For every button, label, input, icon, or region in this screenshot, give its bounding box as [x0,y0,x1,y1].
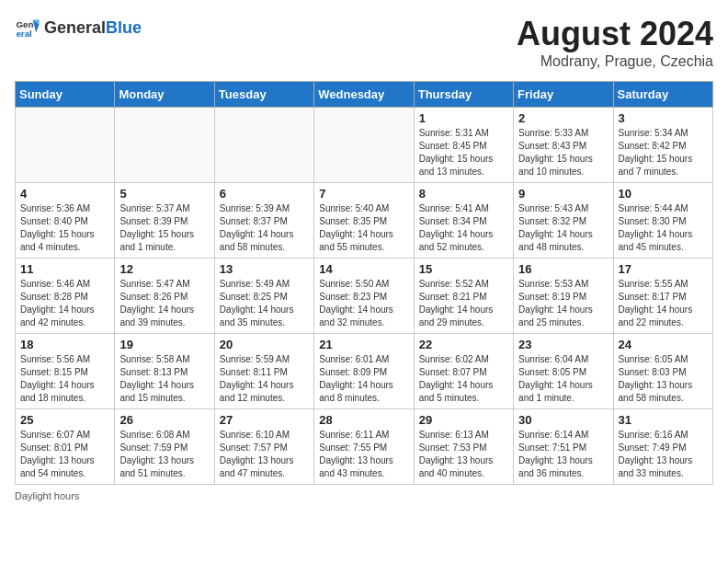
calendar-cell: 30Sunrise: 6:14 AM Sunset: 7:51 PM Dayli… [514,409,613,485]
weekday-header: Friday [514,82,613,108]
calendar-cell: 7Sunrise: 5:40 AM Sunset: 8:35 PM Daylig… [314,183,414,259]
calendar-cell: 10Sunrise: 5:44 AM Sunset: 8:30 PM Dayli… [613,183,712,259]
calendar-cell [16,108,115,183]
day-number: 9 [518,187,608,201]
calendar-cell: 2Sunrise: 5:33 AM Sunset: 8:43 PM Daylig… [514,108,613,183]
day-number: 8 [419,187,508,201]
calendar-cell: 19Sunrise: 5:58 AM Sunset: 8:13 PM Dayli… [115,334,214,409]
day-number: 12 [119,262,209,276]
location-title: Modrany, Prague, Czechia [517,53,713,70]
day-info: Sunrise: 6:11 AM Sunset: 7:55 PM Dayligh… [319,429,408,480]
day-info: Sunrise: 5:56 AM Sunset: 8:15 PM Dayligh… [20,353,109,405]
day-info: Sunrise: 5:52 AM Sunset: 8:21 PM Dayligh… [419,278,508,329]
day-info: Sunrise: 5:37 AM Sunset: 8:39 PM Dayligh… [119,202,209,254]
day-info: Sunrise: 6:05 AM Sunset: 8:03 PM Dayligh… [619,353,708,405]
weekday-header: Tuesday [214,82,313,108]
day-number: 7 [319,187,408,201]
day-number: 25 [20,413,109,427]
day-info: Sunrise: 5:49 AM Sunset: 8:25 PM Dayligh… [220,278,309,329]
calendar-cell: 20Sunrise: 5:59 AM Sunset: 8:11 PM Dayli… [214,334,313,409]
title-block: August 2024 Modrany, Prague, Czechia [517,15,713,70]
day-number: 15 [419,262,508,276]
day-number: 23 [518,338,608,351]
calendar-cell: 17Sunrise: 5:55 AM Sunset: 8:17 PM Dayli… [613,259,712,334]
weekday-header: Monday [115,82,214,108]
calendar-cell: 6Sunrise: 5:39 AM Sunset: 8:37 PM Daylig… [214,183,313,259]
calendar-cell: 13Sunrise: 5:49 AM Sunset: 8:25 PM Dayli… [214,259,313,334]
day-info: Sunrise: 6:10 AM Sunset: 7:57 PM Dayligh… [220,429,309,480]
day-info: Sunrise: 5:36 AM Sunset: 8:40 PM Dayligh… [20,202,109,254]
day-info: Sunrise: 6:01 AM Sunset: 8:09 PM Dayligh… [319,353,408,405]
day-info: Sunrise: 6:08 AM Sunset: 7:59 PM Dayligh… [119,429,209,480]
weekday-header: Saturday [613,82,712,108]
day-number: 10 [619,187,708,201]
day-info: Sunrise: 6:04 AM Sunset: 8:05 PM Dayligh… [518,353,608,405]
day-info: Sunrise: 5:40 AM Sunset: 8:35 PM Dayligh… [319,202,408,254]
day-info: Sunrise: 5:50 AM Sunset: 8:23 PM Dayligh… [319,278,408,329]
day-info: Sunrise: 5:33 AM Sunset: 8:43 PM Dayligh… [518,127,608,178]
calendar-cell: 25Sunrise: 6:07 AM Sunset: 8:01 PM Dayli… [16,409,115,485]
day-info: Sunrise: 6:02 AM Sunset: 8:07 PM Dayligh… [419,353,508,405]
calendar-cell: 21Sunrise: 6:01 AM Sunset: 8:09 PM Dayli… [314,334,414,409]
footer-note: Daylight hours [15,490,713,501]
calendar-cell [214,108,313,183]
day-info: Sunrise: 6:07 AM Sunset: 8:01 PM Dayligh… [20,429,109,480]
day-number: 21 [319,338,408,351]
day-info: Sunrise: 5:58 AM Sunset: 8:13 PM Dayligh… [119,353,209,405]
day-info: Sunrise: 5:46 AM Sunset: 8:28 PM Dayligh… [20,278,109,329]
weekday-header: Wednesday [314,82,414,108]
day-number: 3 [619,111,708,125]
calendar-cell: 5Sunrise: 5:37 AM Sunset: 8:39 PM Daylig… [115,183,214,259]
day-number: 20 [220,338,309,351]
calendar-cell: 28Sunrise: 6:11 AM Sunset: 7:55 PM Dayli… [314,409,414,485]
day-info: Sunrise: 5:53 AM Sunset: 8:19 PM Dayligh… [518,278,608,329]
calendar-cell: 14Sunrise: 5:50 AM Sunset: 8:23 PM Dayli… [314,259,414,334]
calendar-cell: 9Sunrise: 5:43 AM Sunset: 8:32 PM Daylig… [514,183,613,259]
weekday-header: Thursday [414,82,513,108]
calendar-cell: 27Sunrise: 6:10 AM Sunset: 7:57 PM Dayli… [214,409,313,485]
day-number: 18 [20,338,109,351]
day-info: Sunrise: 6:14 AM Sunset: 7:51 PM Dayligh… [518,429,608,480]
calendar-cell: 3Sunrise: 5:34 AM Sunset: 8:42 PM Daylig… [613,108,712,183]
calendar-header: SundayMondayTuesdayWednesdayThursdayFrid… [16,82,713,108]
day-info: Sunrise: 6:16 AM Sunset: 7:49 PM Dayligh… [619,429,708,480]
calendar-cell: 4Sunrise: 5:36 AM Sunset: 8:40 PM Daylig… [16,183,115,259]
calendar-cell: 24Sunrise: 6:05 AM Sunset: 8:03 PM Dayli… [613,334,712,409]
day-number: 17 [619,262,708,276]
calendar-cell: 16Sunrise: 5:53 AM Sunset: 8:19 PM Dayli… [514,259,613,334]
calendar-cell [115,108,214,183]
day-number: 4 [20,187,109,201]
day-number: 2 [518,111,608,125]
day-number: 11 [20,262,109,276]
calendar-cell: 15Sunrise: 5:52 AM Sunset: 8:21 PM Dayli… [414,259,513,334]
day-info: Sunrise: 6:13 AM Sunset: 7:53 PM Dayligh… [419,429,508,480]
logo: Gen eral GeneralBlue [15,15,142,40]
day-info: Sunrise: 5:34 AM Sunset: 8:42 PM Dayligh… [619,127,708,178]
day-info: Sunrise: 5:55 AM Sunset: 8:17 PM Dayligh… [619,278,708,329]
day-info: Sunrise: 5:39 AM Sunset: 8:37 PM Dayligh… [220,202,309,254]
calendar-cell: 22Sunrise: 6:02 AM Sunset: 8:07 PM Dayli… [414,334,513,409]
day-number: 26 [119,413,209,427]
day-number: 30 [518,413,608,427]
calendar-cell: 26Sunrise: 6:08 AM Sunset: 7:59 PM Dayli… [115,409,214,485]
day-info: Sunrise: 5:41 AM Sunset: 8:34 PM Dayligh… [419,202,508,254]
day-number: 31 [619,413,708,427]
day-number: 6 [220,187,309,201]
day-number: 13 [220,262,309,276]
calendar-cell: 23Sunrise: 6:04 AM Sunset: 8:05 PM Dayli… [514,334,613,409]
day-info: Sunrise: 5:59 AM Sunset: 8:11 PM Dayligh… [220,353,309,405]
calendar-cell [314,108,414,183]
day-number: 1 [419,111,508,125]
day-number: 22 [419,338,508,351]
day-info: Sunrise: 5:43 AM Sunset: 8:32 PM Dayligh… [518,202,608,254]
day-number: 14 [319,262,408,276]
day-number: 16 [518,262,608,276]
day-info: Sunrise: 5:47 AM Sunset: 8:26 PM Dayligh… [119,278,209,329]
calendar-cell: 29Sunrise: 6:13 AM Sunset: 7:53 PM Dayli… [414,409,513,485]
calendar-cell: 12Sunrise: 5:47 AM Sunset: 8:26 PM Dayli… [115,259,214,334]
svg-text:eral: eral [16,29,32,39]
logo-general: General [44,18,106,37]
calendar-table: SundayMondayTuesdayWednesdayThursdayFrid… [15,81,713,485]
day-number: 24 [619,338,708,351]
calendar-cell: 8Sunrise: 5:41 AM Sunset: 8:34 PM Daylig… [414,183,513,259]
